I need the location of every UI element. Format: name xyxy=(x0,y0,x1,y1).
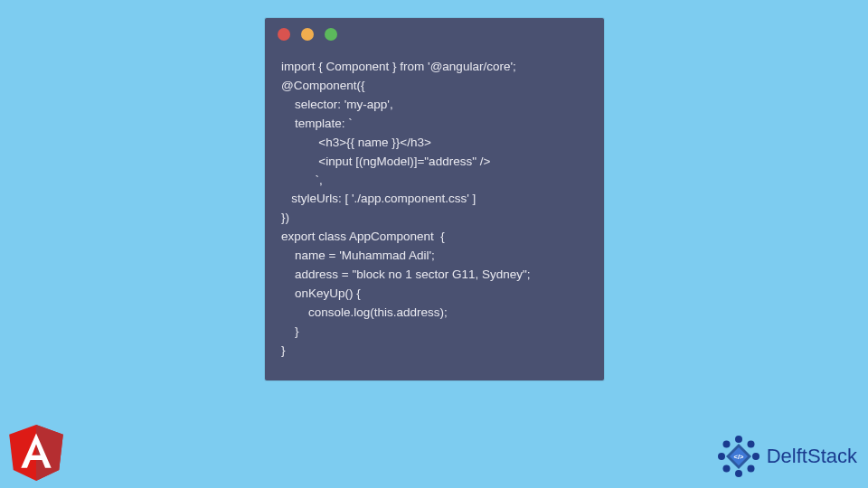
angular-logo-icon xyxy=(9,425,63,481)
svg-point-7 xyxy=(722,465,730,473)
maximize-dot-icon xyxy=(325,28,337,41)
code-window: import { Component } from '@angular/core… xyxy=(265,18,604,380)
svg-point-4 xyxy=(752,453,760,460)
svg-point-2 xyxy=(735,436,742,443)
minimize-dot-icon xyxy=(301,28,314,41)
delftstack-badge-icon: </> xyxy=(716,434,761,479)
svg-point-5 xyxy=(747,465,754,473)
delftstack-text: DelftStack xyxy=(767,445,857,468)
close-dot-icon xyxy=(278,28,290,41)
svg-point-9 xyxy=(722,441,730,448)
svg-point-8 xyxy=(718,453,725,460)
code-content: import { Component } from '@angular/core… xyxy=(265,51,604,380)
delftstack-logo: </> DelftStack xyxy=(716,434,857,479)
svg-point-3 xyxy=(747,441,754,448)
svg-text:</>: </> xyxy=(733,453,743,461)
window-titlebar xyxy=(265,18,604,51)
svg-point-6 xyxy=(735,470,742,477)
